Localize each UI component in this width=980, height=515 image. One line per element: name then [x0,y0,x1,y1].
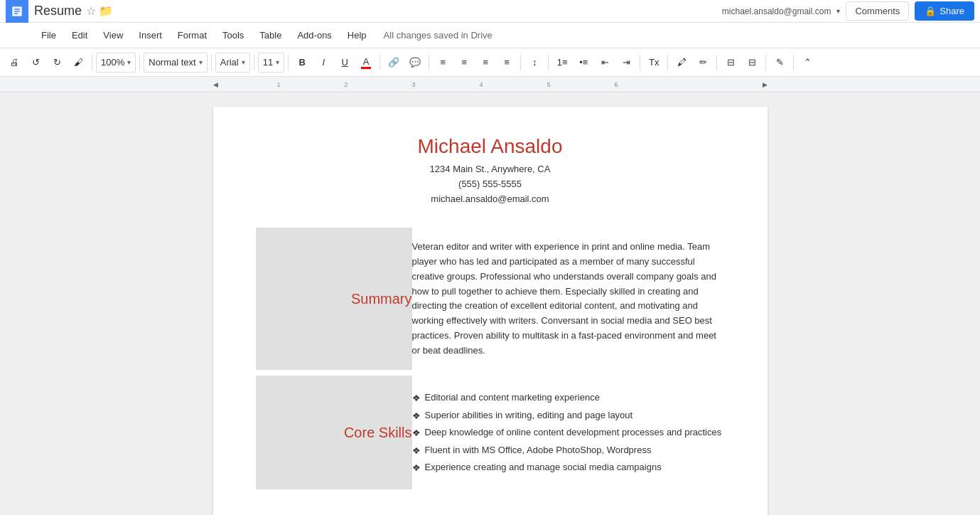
top-bar: Resume ☆ 📁 michael.ansaldo@gmail.com ▾ C… [0,0,980,23]
italic-button[interactable]: I [313,53,333,73]
toolbar: 🖨 ↺ ↻ 🖌 100% ▾ Normal text ▾ Arial ▾ 11 … [0,48,980,77]
zoom-arrow: ▾ [127,58,131,66]
skill-item-5: Experience creating and manage social me… [412,459,725,476]
font-arrow: ▾ [242,58,245,66]
sep1 [92,55,92,70]
zoom-select[interactable]: 100% ▾ [96,53,136,73]
align-left-button[interactable]: ≡ [433,53,453,73]
skill-item-4: Fluent in with MS Office, Adobe PhotoSho… [412,442,725,459]
paint-format-button[interactable]: 🖌 [68,53,88,73]
undo-button[interactable]: ↺ [26,53,45,73]
sep6 [379,55,380,70]
pen-button[interactable]: ✏ [693,53,713,73]
resume-name: Michael Ansaldo [256,135,725,158]
bold-button[interactable]: B [292,53,312,73]
menu-table[interactable]: Table [252,27,289,43]
summary-row: Summary Veteran editor and writer with e… [256,228,725,370]
skills-label-cell: Core Skills [256,376,412,489]
sep13 [765,55,766,70]
folder-icon[interactable]: 📁 [99,4,113,18]
summary-label-cell: Summary [256,228,412,370]
share-button[interactable]: 🔒 Share [915,1,974,21]
summary-text: Veteran editor and writer with experienc… [412,240,725,358]
collapse-button[interactable]: ⌃ [797,53,817,73]
link-button[interactable]: 🔗 [384,53,404,73]
sep3 [211,55,212,70]
resume-header: Michael Ansaldo 1234 Main St., Anywhere,… [256,135,725,206]
style-arrow: ▾ [199,58,203,66]
sep8 [520,55,521,70]
font-color-button[interactable]: A [356,53,376,73]
paper[interactable]: Michael Ansaldo 1234 Main St., Anywhere,… [213,107,768,515]
sep10 [640,55,640,70]
skills-list: Editorial and content marketing experien… [412,389,725,476]
increase-indent-button[interactable]: ⇥ [616,53,636,73]
skill-item-2: Superior abilities in writing, editing a… [412,407,725,424]
sep9 [548,55,549,70]
star-icon[interactable]: ☆ [86,4,96,18]
underline-button[interactable]: U [335,53,355,73]
sep11 [667,55,668,70]
resume-address: 1234 Main St., Anywhere, CA (555) 555-55… [256,162,725,206]
menu-insert[interactable]: Insert [131,27,169,43]
align-justify-button[interactable]: ≡ [497,53,517,73]
menu-addons[interactable]: Add-ons [290,27,338,43]
align-center-button[interactable]: ≡ [454,53,474,73]
app-icon [6,0,28,23]
menu-format[interactable]: Format [171,27,214,43]
redo-button[interactable]: ↻ [47,53,67,73]
size-select[interactable]: 11 ▾ [258,53,284,73]
bullet-list-button[interactable]: •≡ [574,53,593,73]
sep14 [793,55,794,70]
sep12 [716,55,717,70]
menu-bar: File Edit View Insert Format Tools Table… [0,23,980,48]
sep4 [254,55,254,70]
numbered-list-button[interactable]: 1≡ [552,53,572,73]
summary-content-cell: Veteran editor and writer with experienc… [412,228,725,370]
menu-file[interactable]: File [34,27,63,43]
align-right-button[interactable]: ≡ [475,53,495,73]
line-spacing-button[interactable]: ↕ [524,53,544,73]
skills-content-cell: Editorial and content marketing experien… [412,376,725,489]
menu-view[interactable]: View [96,27,130,43]
style-select[interactable]: Normal text ▾ [144,53,207,73]
table-align-button[interactable]: ⊟ [721,53,741,73]
user-dropdown-arrow[interactable]: ▾ [836,7,840,15]
ruler: ◀ 1 2 3 4 5 6 ▶ [0,77,980,92]
sep7 [429,55,429,70]
font-select[interactable]: Arial ▾ [215,53,250,73]
user-email[interactable]: michael.ansaldo@gmail.com [722,6,831,16]
auto-save-status: All changes saved in Drive [384,30,492,41]
size-arrow: ▾ [276,58,279,66]
summary-label: Summary [351,291,412,307]
sep5 [288,55,289,70]
skill-item-1: Editorial and content marketing experien… [412,389,725,406]
highlight-button[interactable]: 🖍 [672,53,691,73]
menu-tools[interactable]: Tools [215,27,251,43]
top-bar-right: michael.ansaldo@gmail.com ▾ Comments 🔒 S… [722,1,974,21]
comments-button[interactable]: Comments [846,1,909,21]
skills-table: Core Skills Editorial and content market… [256,376,725,489]
lock-icon: 🔒 [925,6,936,16]
skills-row: Core Skills Editorial and content market… [256,376,725,489]
menu-edit[interactable]: Edit [65,27,95,43]
skills-label: Core Skills [344,425,412,440]
pencil-icon-button[interactable]: ✎ [770,53,790,73]
skill-item-3: Deep knowledge of online content develop… [412,424,725,441]
document-title[interactable]: Resume [34,4,82,18]
print-button[interactable]: 🖨 [4,53,24,73]
comment-button[interactable]: 💬 [405,53,425,73]
menu-help[interactable]: Help [340,27,374,43]
table-sep-button[interactable]: ⊟ [742,53,762,73]
sep2 [139,55,140,70]
clear-formatting-button[interactable]: Tx [644,53,664,73]
document-area: Michael Ansaldo 1234 Main St., Anywhere,… [0,92,980,515]
summary-table: Summary Veteran editor and writer with e… [256,228,725,370]
decrease-indent-button[interactable]: ⇤ [595,53,615,73]
